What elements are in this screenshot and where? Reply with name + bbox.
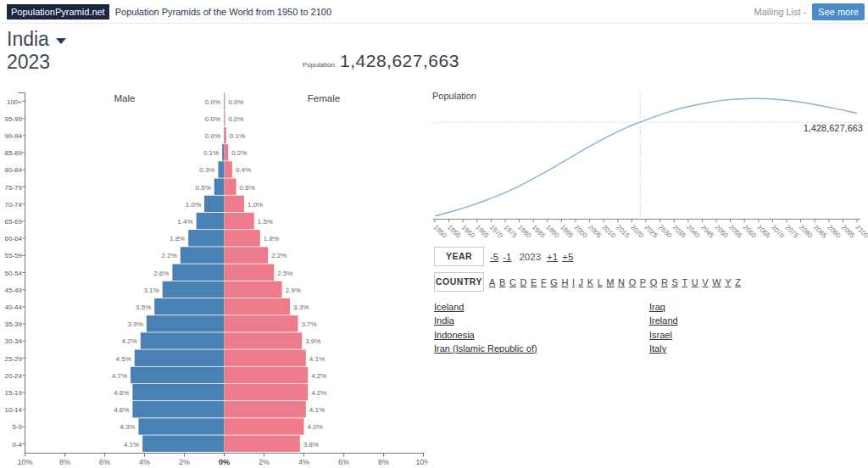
year-axis-tick-label: 1995	[559, 224, 575, 240]
country-link[interactable]: Iran (Islamic Republic of)	[434, 343, 537, 354]
country-letter-link-l[interactable]: L	[598, 277, 603, 287]
age-group-label: 15-19	[5, 389, 23, 397]
age-group-label: 10-14	[5, 406, 23, 414]
year-current-value: 2023	[519, 252, 541, 262]
male-series-title: Male	[114, 93, 136, 103]
country-letter-link-k[interactable]: K	[587, 277, 593, 287]
country-letter-link-h[interactable]: H	[561, 277, 568, 287]
male-bar	[138, 418, 224, 434]
age-group-label: 60-64	[5, 235, 23, 242]
male-bar	[163, 281, 225, 298]
country-letter-link-i[interactable]: I	[572, 277, 575, 287]
top-bar: PopulationPyramid.net Population Pyramid…	[0, 0, 868, 24]
male-pct-label: 4.7%	[112, 372, 127, 380]
year-step-link-plus[interactable]: +1	[547, 252, 558, 262]
country-link[interactable]: India	[434, 315, 454, 326]
male-bar	[224, 93, 225, 109]
year-axis-tick-label: 1985	[531, 224, 547, 240]
female-bar	[225, 179, 236, 195]
year-axis-tick-label: 2070	[770, 224, 786, 240]
female-pct-label: 3.7%	[301, 320, 316, 328]
country-letter-link-y[interactable]: Y	[725, 277, 731, 287]
country-letter-link-b[interactable]: B	[499, 277, 505, 287]
country-selector[interactable]: India	[7, 28, 66, 51]
country-letter-link-u[interactable]: U	[692, 277, 698, 287]
country-selector-label: India	[7, 28, 49, 51]
female-pct-label: 1.5%	[258, 218, 273, 226]
male-bar	[224, 110, 225, 126]
age-group-label: 70-74	[5, 201, 23, 209]
see-more-button[interactable]: See more	[812, 3, 865, 20]
country-letter-link-t[interactable]: T	[682, 277, 687, 287]
population-total-label: Population:	[303, 61, 337, 69]
country-controls: COUNTRY ABCDEFGHIJKLMNOPQRSTUVWYZ	[434, 272, 744, 292]
country-link[interactable]: Indonesia	[434, 330, 475, 341]
country-letter-link-e[interactable]: E	[531, 277, 537, 287]
year-axis-tick-label: 2045	[699, 224, 715, 240]
country-letter-link-d[interactable]: D	[520, 277, 526, 287]
male-bar	[131, 367, 224, 383]
age-group-label: 95-99	[5, 115, 23, 123]
female-bar	[225, 367, 309, 383]
female-bar	[225, 144, 229, 160]
year-step-link-plus[interactable]: +5	[562, 252, 573, 262]
country-link[interactable]: Israel	[649, 330, 672, 341]
year-step-link-minus[interactable]: -1	[503, 252, 511, 262]
year-axis-tick-label: 2100	[854, 224, 868, 240]
country-letter-link-q[interactable]: Q	[650, 277, 658, 287]
country-letter-link-m[interactable]: M	[606, 277, 614, 287]
percent-axis-tick-label: 10%	[17, 458, 32, 466]
female-pct-label: 4.1%	[309, 355, 325, 363]
female-bar	[225, 298, 291, 315]
percent-axis-tick-label: 6%	[99, 458, 110, 466]
male-bar	[224, 127, 225, 143]
year-axis-tick-label: 2010	[601, 224, 617, 240]
country-letter-link-w[interactable]: W	[712, 277, 721, 287]
year-axis-tick-label: 2005	[587, 224, 603, 240]
country-letter-link-c[interactable]: C	[509, 277, 516, 287]
male-pct-label: 0.5%	[196, 184, 211, 192]
country-link[interactable]: Italy	[649, 343, 666, 354]
male-pct-label: 1.0%	[186, 201, 201, 209]
female-bar	[225, 196, 245, 212]
country-letter-link-a[interactable]: A	[489, 277, 495, 287]
site-logo[interactable]: PopulationPyramid.net	[7, 4, 109, 20]
female-bar	[225, 332, 303, 348]
country-link[interactable]: Iceland	[434, 302, 464, 313]
year-title: 2023	[7, 51, 50, 74]
country-link[interactable]: Ireland	[649, 315, 678, 326]
country-letter-link-n[interactable]: N	[618, 277, 625, 287]
male-pct-label: 3.9%	[128, 320, 143, 328]
country-letter-link-v[interactable]: V	[702, 277, 708, 287]
country-letter-link-o[interactable]: O	[629, 277, 637, 287]
top-bar-right: Mailing List - See more	[754, 3, 868, 20]
percent-axis-tick-label: 4%	[298, 458, 309, 466]
year-step-link-minus[interactable]: -5	[490, 252, 498, 262]
male-pct-label: 0.3%	[199, 166, 214, 174]
male-pct-label: 3.5%	[136, 304, 151, 311]
country-letter-link-j[interactable]: J	[579, 277, 584, 287]
year-axis-tick-label: 2060	[742, 224, 758, 240]
male-bar	[197, 213, 225, 229]
female-pct-label: 0.4%	[236, 166, 251, 174]
year-box-label: YEAR	[434, 247, 484, 266]
year-axis-tick-label: 2055	[727, 224, 743, 240]
country-letter-link-s[interactable]: S	[671, 277, 677, 287]
age-group-label: 35-39	[5, 320, 23, 328]
year-axis-tick-label: 2050	[714, 224, 730, 240]
population-curve	[435, 98, 857, 215]
male-pct-label: 4.6%	[114, 406, 129, 414]
country-letter-link-g[interactable]: G	[550, 277, 558, 287]
country-letter-link-p[interactable]: P	[640, 277, 646, 287]
male-bar	[142, 436, 224, 452]
female-pct-label: 3.3%	[293, 304, 309, 311]
country-letter-link-z[interactable]: Z	[735, 277, 741, 287]
country-letter-link-f[interactable]: F	[541, 277, 547, 287]
year-axis-tick-label: 2075	[784, 224, 800, 240]
year-axis-tick-label: 2025	[643, 224, 659, 240]
female-pct-label: 0.0%	[228, 98, 243, 106]
country-letter-link-r[interactable]: R	[661, 277, 668, 287]
male-pct-label: 0.0%	[205, 115, 220, 123]
mailing-list-label[interactable]: Mailing List -	[754, 7, 807, 17]
country-link[interactable]: Iraq	[649, 302, 665, 313]
